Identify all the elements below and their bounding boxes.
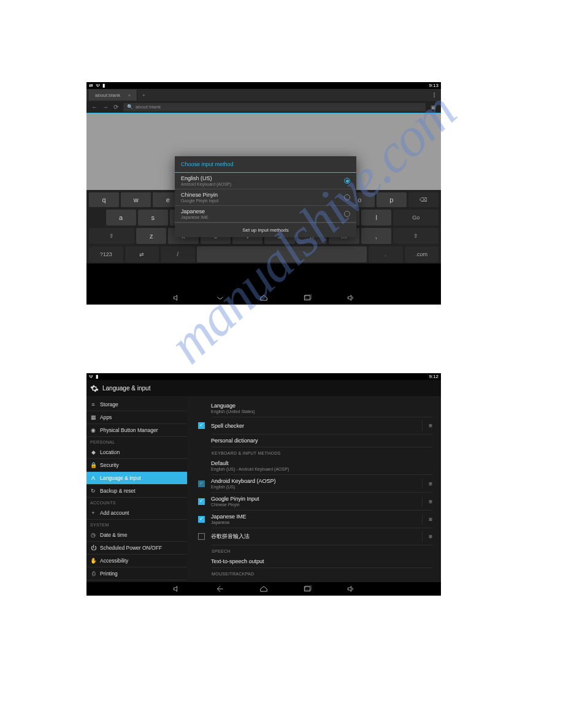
overflow-menu-icon[interactable] <box>434 93 439 97</box>
key-q[interactable]: q <box>89 192 119 207</box>
tab-label: about:blank <box>95 93 120 98</box>
input-method-option[interactable]: Chinese Pinyin Google Pinyin Input <box>175 189 356 206</box>
url-text: about:blank <box>136 104 161 110</box>
home-nav-icon[interactable] <box>259 294 269 301</box>
key-l[interactable]: l <box>361 210 391 226</box>
new-tab-button[interactable]: + <box>137 91 150 100</box>
status-time: 9:13 <box>429 83 439 88</box>
sidebar-item-datetime[interactable]: ◷Date & time <box>86 529 187 542</box>
url-input[interactable]: 🔍 about:blank <box>123 103 426 112</box>
tune-icon[interactable]: ≡ <box>422 420 432 431</box>
option-label: Japanese <box>181 208 209 214</box>
tune-icon[interactable]: ≡ <box>422 514 432 525</box>
sidebar-item-location[interactable]: ◆Location <box>86 446 187 459</box>
key-shift[interactable]: ⇧ <box>89 228 134 244</box>
key-dot[interactable]: . <box>369 246 403 262</box>
language-row[interactable]: Language English (United States) <box>212 400 432 417</box>
radio-selected-icon[interactable] <box>344 178 350 184</box>
key-p[interactable]: p <box>377 192 407 207</box>
system-nav-bar <box>86 291 441 305</box>
location-icon: ◆ <box>90 449 96 455</box>
page-title: Language & input <box>102 385 150 392</box>
sidebar-item-scheduled-power[interactable]: ⏻Scheduled Power ON/OFF <box>86 542 187 555</box>
volume-up-icon[interactable] <box>346 585 356 593</box>
sidebar-item-accessibility[interactable]: ✋Accessibility <box>86 555 187 567</box>
storage-icon: ≡ <box>90 401 96 408</box>
reload-icon[interactable]: ⟳ <box>113 104 118 110</box>
usb-icon: Ψ <box>96 83 100 88</box>
key-a[interactable]: a <box>106 210 136 226</box>
browser-toolbar: ← → ⟳ 🔍 about:blank ▣ <box>86 101 441 113</box>
checkbox-checked-icon[interactable] <box>198 422 205 429</box>
dialog-title: Choose input method <box>175 156 356 173</box>
detail-section-speech: SPEECH <box>212 545 432 555</box>
checkbox-checked-icon[interactable] <box>198 516 205 523</box>
back-nav-icon[interactable] <box>215 294 225 301</box>
apps-icon: ▦ <box>90 414 96 420</box>
personal-dictionary-row[interactable]: Personal dictionary <box>212 434 432 447</box>
back-nav-icon[interactable] <box>215 585 225 593</box>
tune-icon[interactable]: ≡ <box>422 479 432 489</box>
sidebar-item-storage[interactable]: ≡Storage <box>86 398 187 411</box>
home-nav-icon[interactable] <box>259 585 269 593</box>
radio-unselected-icon[interactable] <box>344 194 350 200</box>
option-label: English (US) <box>181 175 231 181</box>
japanese-ime-row[interactable]: Japanese IME Japanese ≡ <box>212 510 432 528</box>
key-s[interactable]: s <box>138 210 168 226</box>
default-ime-row[interactable]: Default English (US) - Android Keyboard … <box>212 457 432 475</box>
add-icon: + <box>90 510 96 516</box>
checkbox-checked-icon[interactable] <box>198 498 205 505</box>
key-space[interactable] <box>197 246 367 262</box>
input-method-option[interactable]: Japanese Japanese IME <box>175 206 356 222</box>
checkbox-checked-icon[interactable] <box>198 480 205 487</box>
screenshot-browser-keyboard: ⇄ Ψ ▮ 9:13 about:blank × + ← → ⟳ 🔍 <box>86 82 441 305</box>
key-backspace[interactable]: ⌫ <box>408 192 439 207</box>
volume-down-icon[interactable] <box>172 585 182 593</box>
print-icon: ⎙ <box>90 571 96 577</box>
tune-icon[interactable]: ≡ <box>422 496 432 507</box>
option-sublabel: Google Pinyin Input <box>181 199 218 203</box>
settings-header: Language & input <box>86 380 441 397</box>
battery-icon: ▮ <box>102 83 105 88</box>
sidebar-section-system: SYSTEM <box>86 520 187 529</box>
lock-icon: 🔒 <box>90 462 96 468</box>
settings-detail: Language English (United States) Spell c… <box>187 397 441 582</box>
sidebar-item-backup[interactable]: ↻Backup & reset <box>86 485 187 498</box>
sidebar-item-apps[interactable]: ▦Apps <box>86 411 187 424</box>
radio-unselected-icon[interactable] <box>344 211 350 217</box>
key-z[interactable]: z <box>136 228 166 244</box>
forward-icon[interactable]: → <box>102 104 109 110</box>
key-shift-right[interactable]: ⇧ <box>393 228 439 244</box>
volume-down-icon[interactable] <box>172 294 182 301</box>
search-icon: 🔍 <box>127 104 133 110</box>
back-icon[interactable]: ← <box>91 104 98 110</box>
sidebar-item-security[interactable]: 🔒Security <box>86 459 187 472</box>
key-lang-switch[interactable]: ⇌ <box>125 246 159 262</box>
recent-nav-icon[interactable] <box>302 585 312 593</box>
spell-checker-row[interactable]: Spell checker ≡ <box>212 417 432 434</box>
key-w[interactable]: w <box>121 192 151 207</box>
tune-icon[interactable]: ≡ <box>422 531 432 542</box>
key-com[interactable]: .com <box>405 246 439 262</box>
close-icon[interactable]: × <box>128 93 131 98</box>
sidebar-item-language[interactable]: ALanguage & input <box>86 472 187 485</box>
gear-icon <box>90 384 99 393</box>
key-comma[interactable]: , <box>361 228 391 244</box>
google-pinyin-cn-row[interactable]: 谷歌拼音输入法 ≡ <box>212 528 432 545</box>
volume-up-icon[interactable] <box>346 294 356 301</box>
browser-tab[interactable]: about:blank × <box>89 89 137 100</box>
key-numeric[interactable]: ?123 <box>89 246 123 262</box>
key-slash[interactable]: / <box>161 246 195 262</box>
android-keyboard-row[interactable]: Android Keyboard (AOSP) English (US) ≡ <box>212 475 432 493</box>
tts-row[interactable]: Text-to-speech output <box>212 555 432 568</box>
sidebar-item-add-account[interactable]: +Add account <box>86 507 187 520</box>
input-method-option[interactable]: English (US) Android Keyboard (AOSP) <box>175 173 356 189</box>
bookmark-icon[interactable]: ▣ <box>431 104 436 110</box>
sidebar-item-button-manager[interactable]: ◉Physical Button Manager <box>86 424 187 437</box>
key-go[interactable]: Go <box>393 210 439 226</box>
sidebar-item-printing[interactable]: ⎙Printing <box>86 567 187 580</box>
checkbox-unchecked-icon[interactable] <box>198 533 205 540</box>
recent-nav-icon[interactable] <box>302 294 312 301</box>
setup-input-methods-button[interactable]: Set up input methods <box>175 222 356 237</box>
google-pinyin-row[interactable]: Google Pinyin Input Chinese Pinyin ≡ <box>212 493 432 510</box>
